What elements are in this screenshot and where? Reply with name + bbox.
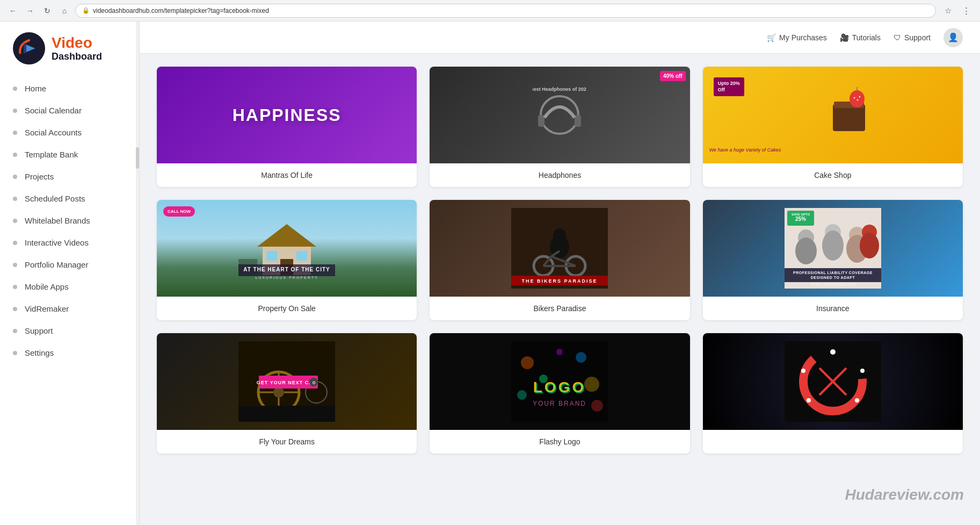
bookmark-button[interactable]: ☆ [940, 3, 955, 18]
url-text: videodashboardhub.com/templatepicker?tag… [93, 7, 269, 15]
nav-dot-vidremaker [13, 307, 17, 311]
sidebar-label-vidremaker: VidRemaker [25, 304, 69, 313]
sidebar-scrollbar-thumb[interactable] [136, 147, 139, 169]
svg-text:LUXURIOUS PROPERTY: LUXURIOUS PROPERTY [256, 276, 318, 279]
sidebar-label-whitelabel-brands: Whitelabel Brands [25, 216, 90, 225]
template-card-fly-dreams[interactable]: GET YOUR NEXT CAR ⚙ Fly Your Dreams [157, 333, 417, 454]
sidebar-item-social-accounts[interactable]: Social Accounts [0, 121, 139, 143]
sidebar-item-vidremaker[interactable]: VidRemaker [0, 298, 139, 320]
template-thumb-property: CALL NOW [157, 200, 417, 297]
sidebar-item-portfolio-manager[interactable]: Portfolio Manager [0, 254, 139, 276]
template-card-property[interactable]: CALL NOW [157, 200, 417, 320]
cakeshop-svg [790, 83, 876, 147]
template-card-bikers[interactable]: THE BIKERS PARADISE Bikers Paradise [430, 200, 689, 320]
svg-point-77 [860, 369, 865, 373]
headphones-badge: 40% off [660, 71, 686, 81]
svg-marker-13 [257, 224, 316, 247]
template-label-target [703, 430, 963, 445]
reload-button[interactable]: ↻ [41, 4, 54, 17]
template-label-fly-dreams: Fly Your Dreams [157, 430, 417, 454]
template-label-bikers: Bikers Paradise [430, 297, 689, 320]
template-card-insurance[interactable]: SAVE UPTO 25% PROFESSIONAL LIABILITY COV… [703, 200, 963, 320]
support-link[interactable]: 🛡 Support [894, 33, 931, 42]
sidebar-item-template-bank[interactable]: Template Bank [0, 143, 139, 166]
sidebar-item-support[interactable]: Support [0, 320, 139, 342]
sidebar-item-settings[interactable]: Settings [0, 342, 139, 364]
nav-dot-whitelabel-brands [13, 219, 17, 223]
svg-text:YOUR BRAND: YOUR BRAND [533, 400, 586, 407]
svg-text:GET YOUR NEXT CAR: GET YOUR NEXT CAR [257, 380, 317, 385]
sidebar-item-scheduled-posts[interactable]: Scheduled Posts [0, 188, 139, 210]
back-button[interactable]: ← [6, 4, 19, 17]
sidebar-label-template-bank: Template Bank [25, 150, 78, 159]
sidebar-item-mobile-apps[interactable]: Mobile Apps [0, 276, 139, 298]
cakeshop-badge: Upto 20%Off [714, 77, 744, 96]
support-label: Support [904, 33, 931, 42]
flycar-svg: GET YOUR NEXT CAR ⚙ [238, 341, 335, 422]
flashylogo-svg: LOGO LOGO YOUR BRAND [511, 341, 608, 422]
svg-point-78 [855, 398, 859, 402]
template-card-headphones[interactable]: 40% off Best Headphones of 2020 Headphon… [430, 67, 689, 187]
tutorials-link[interactable]: 🎥 Tutorials [840, 33, 881, 42]
svg-point-67 [517, 390, 527, 400]
nav-dot-settings [13, 351, 17, 355]
sidebar: Video Dashboard Home Social Calendar Soc… [0, 21, 140, 525]
logo-icon [13, 32, 45, 64]
property-svg: AT THE HEART OF THE CITY LUXURIOUS PROPE… [238, 213, 335, 283]
svg-text:AT THE HEART OF THE CITY: AT THE HEART OF THE CITY [243, 267, 330, 272]
nav-dot-support [13, 329, 17, 333]
sidebar-label-support: Support [25, 326, 53, 335]
my-purchases-link[interactable]: 🛒 My Purchases [767, 33, 827, 42]
svg-point-34 [795, 238, 817, 264]
nav-dot-portfolio-manager [13, 263, 17, 267]
sidebar-item-whitelabel-brands[interactable]: Whitelabel Brands [0, 210, 139, 232]
svg-point-36 [822, 231, 844, 261]
svg-point-62 [521, 356, 534, 369]
svg-text:THE BIKERS PARADISE: THE BIKERS PARADISE [522, 278, 598, 284]
template-label-mantras: Mantras Of Life [157, 163, 417, 187]
svg-point-68 [591, 400, 603, 412]
template-label-headphones: Headphones [430, 163, 689, 187]
svg-text:Best Headphones of 2020: Best Headphones of 2020 [533, 87, 586, 92]
user-avatar[interactable]: 👤 [943, 28, 963, 47]
sidebar-item-interactive-videos[interactable]: Interactive Videos [0, 232, 139, 254]
template-card-cakeshop[interactable]: Upto 20%Off [703, 67, 963, 187]
svg-rect-5 [833, 104, 865, 131]
svg-text:⚙: ⚙ [312, 380, 316, 385]
address-bar[interactable]: 🔒 videodashboardhub.com/templatepicker?t… [75, 4, 936, 18]
svg-point-80 [801, 369, 805, 373]
template-card-flashy-logo[interactable]: LOGO LOGO YOUR BRAND Flashy Logo [430, 333, 689, 454]
template-thumb-cakeshop: Upto 20%Off [703, 67, 963, 163]
sidebar-label-settings: Settings [25, 348, 54, 357]
top-header: 🛒 My Purchases 🎥 Tutorials 🛡 Support 👤 [140, 21, 980, 54]
logo-text: Video Dashboard [52, 35, 102, 62]
sidebar-item-home[interactable]: Home [0, 77, 139, 99]
sidebar-logo: Video Dashboard [0, 21, 139, 73]
content-area: HAPPINESS Mantras Of Life 40% off Best H… [140, 54, 980, 525]
template-label-flashy-logo: Flashy Logo [430, 430, 689, 454]
template-card-mantras-of-life[interactable]: HAPPINESS Mantras Of Life [157, 67, 417, 187]
template-grid: HAPPINESS Mantras Of Life 40% off Best H… [157, 67, 963, 454]
home-button[interactable]: ⌂ [58, 4, 71, 17]
forward-button[interactable]: → [24, 4, 37, 17]
svg-point-7 [850, 90, 865, 107]
support-icon: 🛡 [894, 33, 901, 42]
sidebar-item-projects[interactable]: Projects [0, 166, 139, 188]
bikers-svg: THE BIKERS PARADISE [511, 208, 608, 289]
happiness-text: HAPPINESS [233, 105, 342, 125]
extensions-button[interactable]: ⋮ [959, 3, 974, 18]
sidebar-item-social-calendar[interactable]: Social Calendar [0, 99, 139, 121]
svg-point-11 [859, 96, 860, 98]
video-icon: 🎥 [840, 33, 849, 42]
tutorials-label: Tutorials [852, 33, 881, 42]
template-thumb-flashylogo: LOGO LOGO YOUR BRAND [430, 333, 689, 430]
svg-point-9 [853, 97, 855, 99]
sidebar-label-social-calendar: Social Calendar [25, 106, 82, 115]
nav-menu: Home Social Calendar Social Accounts Tem… [0, 73, 139, 525]
template-card-target[interactable] [703, 333, 963, 454]
sidebar-scrollbar-track[interactable] [136, 21, 139, 525]
svg-rect-44 [785, 268, 881, 282]
nav-dot-home [13, 87, 17, 91]
sidebar-label-projects: Projects [25, 172, 54, 181]
sidebar-label-mobile-apps: Mobile Apps [25, 282, 69, 291]
